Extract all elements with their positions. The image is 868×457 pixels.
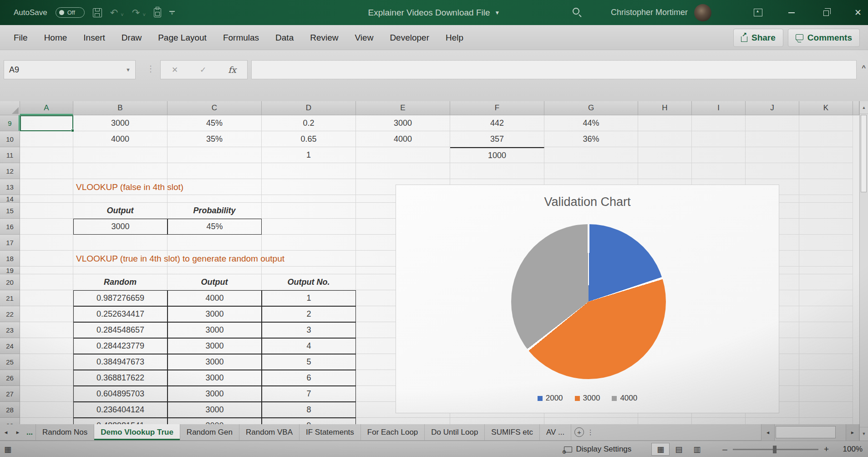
row-header-20[interactable]: 20 [0, 274, 20, 290]
horizontal-scrollbar-track[interactable] [775, 424, 846, 441]
enter-formula-icon[interactable]: ✓ [200, 65, 206, 75]
cell-D14[interactable] [262, 195, 356, 203]
row-header-21[interactable]: 21 [0, 290, 20, 306]
share-button[interactable]: Share [733, 29, 783, 47]
title-dropdown-icon[interactable]: ▼ [495, 10, 500, 16]
sheet-tab-demo-vlookup-true[interactable]: Demo Vlookup True [94, 424, 180, 440]
cell-A14[interactable] [20, 195, 73, 203]
cell-D25[interactable]: 5 [262, 354, 356, 370]
cell-C15[interactable]: Probability [168, 203, 262, 219]
cell-B10[interactable]: 4000 [73, 131, 168, 147]
cell-C26[interactable]: 3000 [168, 370, 262, 386]
collapse-formula-bar-icon[interactable]: ^ [862, 64, 866, 72]
cell-K19[interactable] [799, 267, 853, 274]
row-header-29[interactable]: 29 [0, 418, 20, 424]
row-header-11[interactable]: 11 [0, 147, 20, 163]
scroll-left-icon[interactable]: ◂ [761, 424, 775, 441]
cell-I11[interactable] [692, 147, 746, 163]
cell-A29[interactable] [20, 418, 73, 424]
cell-A13[interactable] [20, 179, 73, 195]
cell-D24[interactable]: 4 [262, 338, 356, 354]
row-header-12[interactable]: 12 [0, 163, 20, 179]
row-header-17[interactable]: 17 [0, 235, 20, 251]
page-break-view-button[interactable]: ▥ [688, 443, 706, 456]
sheet-tab-av[interactable]: AV ... [540, 424, 571, 440]
cell-K20[interactable] [799, 274, 853, 290]
cell-A24[interactable] [20, 338, 73, 354]
cell-A18[interactable] [20, 251, 73, 267]
row-header-16[interactable]: 16 [0, 219, 20, 235]
column-header-A[interactable]: A [20, 101, 73, 115]
cell-C22[interactable]: 3000 [168, 306, 262, 322]
ribbon-tab-file[interactable]: File [5, 25, 36, 50]
cell-I12[interactable] [692, 163, 746, 179]
normal-view-button[interactable]: ▦ [651, 443, 670, 456]
cell-K13[interactable] [799, 179, 853, 195]
validation-chart[interactable]: Validation Chart 200030004000 [396, 185, 779, 413]
cell-A11[interactable] [20, 147, 73, 163]
cell-B24[interactable]: 0.284423779 [73, 338, 168, 354]
cell-B26[interactable]: 0.368817622 [73, 370, 168, 386]
column-header-E[interactable]: E [356, 101, 450, 115]
cell-J10[interactable] [746, 131, 799, 147]
cell-C21[interactable]: 4000 [168, 290, 262, 306]
cell-F29[interactable] [450, 418, 544, 424]
redo-icon[interactable]: ↷ [132, 8, 140, 17]
close-button[interactable]: ✕ [848, 0, 868, 25]
cell-E12[interactable] [356, 163, 450, 179]
cell-A19[interactable] [20, 267, 73, 274]
cell-K23[interactable] [799, 322, 853, 338]
column-header-C[interactable]: C [168, 101, 262, 115]
cell-K22[interactable] [799, 306, 853, 322]
cell-A21[interactable] [20, 290, 73, 306]
horizontal-scrollbar-thumb[interactable] [776, 426, 836, 438]
cell-C24[interactable]: 3000 [168, 338, 262, 354]
cell-C9[interactable]: 45% [168, 115, 262, 131]
cell-K15[interactable] [799, 203, 853, 219]
row-header-10[interactable]: 10 [0, 131, 20, 147]
cell-D22[interactable]: 2 [262, 306, 356, 322]
tabbar-options-icon[interactable]: ⋮ [587, 424, 594, 440]
cell-F10[interactable]: 357 [450, 131, 544, 147]
select-all-corner[interactable] [0, 101, 20, 115]
column-header-H[interactable]: H [638, 101, 692, 115]
cell-A27[interactable] [20, 386, 73, 402]
name-box-dropdown-icon[interactable]: ▼ [126, 67, 131, 72]
user-name[interactable]: Christopher Mortimer [611, 8, 688, 17]
cell-G29[interactable] [544, 418, 638, 424]
cell-K12[interactable] [799, 163, 853, 179]
cell-K14[interactable] [799, 195, 853, 203]
cell-D10[interactable]: 0.65 [262, 131, 356, 147]
cell-K28[interactable] [799, 402, 853, 418]
ribbon-tab-home[interactable]: Home [36, 25, 76, 50]
customize-toolbar-icon[interactable]: ˅ [169, 11, 175, 15]
column-header-F[interactable]: F [450, 101, 544, 115]
row-header-28[interactable]: 28 [0, 402, 20, 418]
cell-D9[interactable]: 0.2 [262, 115, 356, 131]
cell-C16[interactable]: 45% [168, 219, 262, 235]
cell-B25[interactable]: 0.384947673 [73, 354, 168, 370]
cell-J12[interactable] [746, 163, 799, 179]
save-icon[interactable] [93, 8, 102, 17]
ribbon-display-options-button[interactable] [748, 0, 768, 25]
cell-A23[interactable] [20, 322, 73, 338]
cell-F12[interactable] [450, 163, 544, 179]
cell-B16[interactable]: 3000 [73, 219, 168, 235]
cell-K11[interactable] [799, 147, 853, 163]
cell-D23[interactable]: 3 [262, 322, 356, 338]
cell-K18[interactable] [799, 251, 853, 267]
vertical-scrollbar-thumb[interactable] [861, 115, 867, 192]
fill-handle[interactable] [71, 129, 74, 132]
column-header-D[interactable]: D [262, 101, 356, 115]
redo-dropdown-icon[interactable]: ˅ [142, 12, 145, 17]
row-header-24[interactable]: 24 [0, 338, 20, 354]
cell-D26[interactable]: 6 [262, 370, 356, 386]
cell-C23[interactable]: 3000 [168, 322, 262, 338]
cell-B11[interactable] [73, 147, 168, 163]
zoom-in-icon[interactable]: + [824, 444, 829, 454]
cell-D11[interactable]: 1 [262, 147, 356, 163]
cell-D17[interactable] [262, 235, 356, 251]
ribbon-tab-page-layout[interactable]: Page Layout [150, 25, 215, 50]
cell-D15[interactable] [262, 203, 356, 219]
column-header-K[interactable]: K [799, 101, 853, 115]
